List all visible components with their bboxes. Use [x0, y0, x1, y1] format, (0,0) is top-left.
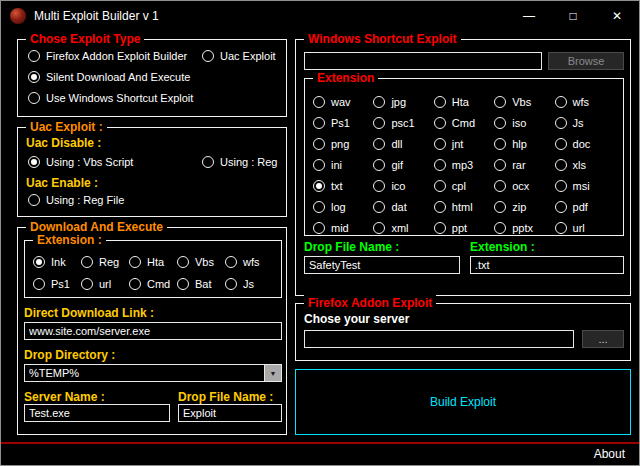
app-icon: [10, 8, 26, 24]
extension-radio-option[interactable]: txt: [313, 180, 373, 192]
extension-radio-option[interactable]: html: [434, 201, 494, 213]
radio-icon: [373, 96, 385, 108]
radio-label: Vbs: [195, 256, 214, 268]
extension-radio-option[interactable]: cpl: [434, 180, 494, 192]
extension-radio-option[interactable]: Cmd: [434, 117, 494, 129]
maximize-icon[interactable]: □: [551, 1, 595, 31]
radio-use-windows-shortcut-exploit[interactable]: Use Windows Shortcut Exploit: [28, 92, 193, 104]
extension-radio-option[interactable]: Bat: [177, 278, 225, 290]
shortcut-drop-file-input[interactable]: [304, 256, 460, 274]
extension-radio-option[interactable]: png: [313, 138, 373, 150]
radio-label: Js: [573, 117, 584, 129]
radio-label: url: [573, 222, 585, 234]
radio-using-reg[interactable]: Using : Reg: [202, 156, 277, 168]
extension-radio-option[interactable]: xls: [555, 159, 615, 171]
extension-radio-option[interactable]: Js: [555, 117, 615, 129]
window-controls: — □ ✕: [507, 1, 639, 31]
uac-disable-label: Uac Disable :: [26, 136, 101, 150]
drop-file-name-input[interactable]: [178, 404, 282, 422]
radio-silent-download-and-execute[interactable]: Silent Download And Execute: [28, 71, 190, 83]
extension-radio-option[interactable]: Cmd: [129, 278, 177, 290]
radio-icon: [313, 180, 325, 192]
extension-radio-option[interactable]: url: [555, 222, 615, 234]
extension-radio-option[interactable]: log: [313, 201, 373, 213]
about-link[interactable]: About: [594, 447, 625, 461]
extension-radio-option[interactable]: ppt: [434, 222, 494, 234]
windows-shortcut-exploit-title: Windows Shortcut Exploit: [304, 31, 461, 47]
extension-radio-option[interactable]: dat: [373, 201, 433, 213]
extension-radio-option[interactable]: Js: [225, 278, 273, 290]
radio-uac-exploit[interactable]: Uac Exploit: [202, 50, 276, 62]
extension-radio-option[interactable]: psc1: [373, 117, 433, 129]
extension-radio-option[interactable]: Vbs: [177, 256, 225, 268]
extension-radio-option[interactable]: hlp: [494, 138, 554, 150]
extension-radio-option[interactable]: Ps1: [33, 278, 81, 290]
chevron-down-icon[interactable]: ▼: [264, 365, 281, 381]
extension-radio-option[interactable]: dll: [373, 138, 433, 150]
radio-using-reg-file[interactable]: Using : Reg File: [28, 194, 124, 206]
radio-label: Ps1: [331, 117, 350, 129]
drop-directory-combobox[interactable]: %TEMP% ▼: [24, 364, 282, 382]
direct-download-link-input[interactable]: [24, 322, 282, 340]
extension-radio-option[interactable]: wfs: [225, 256, 273, 268]
extension-radio-option[interactable]: Ps1: [313, 117, 373, 129]
extension-radio-option[interactable]: Reg: [81, 256, 129, 268]
radio-icon: [373, 180, 385, 192]
extension-radio-option[interactable]: ini: [313, 159, 373, 171]
extension-radio-option[interactable]: Vbs: [494, 96, 554, 108]
extension-radio-option[interactable]: url: [81, 278, 129, 290]
extension-radio-option[interactable]: pdf: [555, 201, 615, 213]
extension-radio-option[interactable]: msi: [555, 180, 615, 192]
extension-radio-option[interactable]: xml: [373, 222, 433, 234]
radio-icon: [434, 180, 446, 192]
shortcut-extension-input[interactable]: [470, 256, 624, 274]
radio-firefox-addon-exploit-builder[interactable]: Firefox Addon Exploit Builder: [28, 50, 187, 62]
radio-label: Uac Exploit: [220, 50, 276, 62]
drop-file-name-label: Drop File Name :: [178, 390, 273, 404]
extension-radio-option[interactable]: gif: [373, 159, 433, 171]
extension-radio-option[interactable]: zip: [494, 201, 554, 213]
extension-radio-option[interactable]: doc: [555, 138, 615, 150]
radio-label: Ink: [51, 256, 66, 268]
radio-label: Cmd: [147, 278, 170, 290]
extension-radio-option[interactable]: Ink: [33, 256, 81, 268]
radio-icon: [28, 194, 40, 206]
radio-label: doc: [573, 138, 591, 150]
extension-radio-option[interactable]: wfs: [555, 96, 615, 108]
titlebar[interactable]: Multi Exploit Builder v 1 — □ ✕: [1, 1, 639, 31]
download-extension-group: Extension : Ink Reg Hta Vbs wfs: [24, 240, 282, 298]
radio-label: Firefox Addon Exploit Builder: [46, 50, 187, 62]
shortcut-target-input[interactable]: [304, 52, 542, 70]
server-name-label: Server Name :: [24, 390, 105, 404]
radio-label: xml: [391, 222, 408, 234]
server-name-input[interactable]: [24, 404, 170, 422]
extension-radio-option[interactable]: mid: [313, 222, 373, 234]
radio-icon: [313, 138, 325, 150]
firefox-server-input[interactable]: [304, 330, 574, 348]
extension-radio-option[interactable]: jpg: [373, 96, 433, 108]
radio-label: Cmd: [452, 117, 475, 129]
radio-icon: [28, 92, 40, 104]
extension-radio-option[interactable]: iso: [494, 117, 554, 129]
extension-radio-option[interactable]: wav: [313, 96, 373, 108]
extension-radio-option[interactable]: jnt: [434, 138, 494, 150]
radio-icon: [555, 117, 567, 129]
extension-radio-option[interactable]: Hta: [129, 256, 177, 268]
radio-label: Silent Download And Execute: [46, 71, 190, 83]
browse-button[interactable]: Browse: [548, 52, 624, 70]
minimize-icon[interactable]: —: [507, 1, 551, 31]
build-exploit-button[interactable]: Build Exploit: [295, 369, 631, 435]
extension-radio-option[interactable]: rar: [494, 159, 554, 171]
extension-radio-option[interactable]: ico: [373, 180, 433, 192]
extension-radio-option[interactable]: mp3: [434, 159, 494, 171]
radio-icon: [373, 222, 385, 234]
footer-divider: [1, 442, 639, 444]
extension-radio-option[interactable]: ocx: [494, 180, 554, 192]
radio-icon: [555, 96, 567, 108]
radio-using-vbs-script[interactable]: Using : Vbs Script: [28, 156, 133, 168]
firefox-browse-button[interactable]: ...: [582, 330, 624, 348]
extension-radio-option[interactable]: Hta: [434, 96, 494, 108]
radio-label: Hta: [452, 96, 469, 108]
close-icon[interactable]: ✕: [595, 1, 639, 31]
extension-radio-option[interactable]: pptx: [494, 222, 554, 234]
